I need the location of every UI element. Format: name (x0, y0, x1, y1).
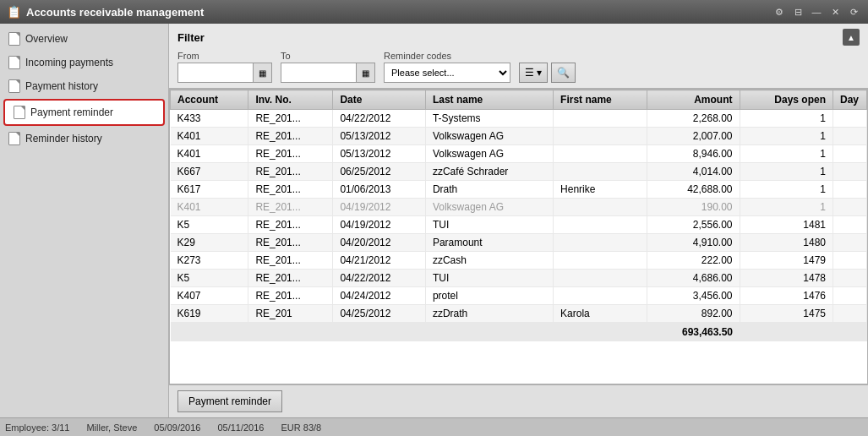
filter-search-button[interactable]: 🔍 (551, 63, 576, 83)
to-date-input[interactable] (281, 63, 357, 83)
cell-first-name (554, 216, 647, 234)
cell-days-open: 1 (740, 145, 833, 163)
status-name: Miller, Steve (86, 422, 137, 433)
cell-account: K5 (171, 270, 248, 287)
cell-first-name (554, 199, 647, 216)
cell-inv-no: RE_201 (248, 305, 333, 323)
cell-date: 05/13/2012 (333, 128, 426, 145)
table-row[interactable]: K5RE_201...04/22/2012TUI4,686.001478 (171, 270, 867, 287)
filter-title-row: Filter ▲ (177, 29, 860, 46)
status-date2: 05/11/2016 (217, 422, 264, 433)
list-icon: ☰ (525, 67, 534, 79)
cell-last-name: T-Systems (425, 110, 553, 128)
cell-inv-no: RE_201... (248, 163, 333, 181)
filter-section: Filter ▲ From ▦ To (169, 24, 868, 89)
col-last-name: Last name (425, 90, 553, 110)
cell-days-open: 1 (740, 181, 833, 199)
table-row[interactable]: K407RE_201...04/24/2012protel3,456.00147… (171, 287, 867, 305)
from-date-input[interactable] (177, 63, 254, 83)
total-row: 693,463.50 (171, 323, 867, 342)
cell-amount: 4,686.00 (647, 270, 740, 287)
sidebar-item-incoming-payments-label: Incoming payments (25, 57, 113, 68)
table-header: Account Inv. No. Date Last name First na… (171, 90, 867, 110)
table-row[interactable]: K401RE_201...05/13/2012Volkswagen AG2,00… (171, 128, 867, 145)
cell-last-name: zzCash (425, 252, 553, 270)
payment-reminder-button[interactable]: Payment reminder (177, 390, 282, 412)
table-row[interactable]: K619RE_20104/25/2012zzDrathKarola892.001… (171, 305, 867, 323)
cell-amount: 8,946.00 (647, 145, 740, 163)
cell-days-open: 1 (740, 110, 833, 128)
cell-account: K401 (171, 128, 248, 145)
table-row[interactable]: K29RE_201...04/20/2012Paramount4,910.001… (171, 234, 867, 252)
cell-account: K29 (171, 234, 248, 252)
sidebar-item-payment-history[interactable]: Payment history (0, 74, 168, 98)
cell-day (833, 163, 867, 181)
col-date: Date (333, 90, 426, 110)
cell-days-open: 1480 (740, 234, 833, 252)
sidebar-item-reminder-history[interactable]: Reminder history (0, 127, 168, 150)
tile-icon[interactable]: ⊟ (790, 4, 805, 19)
cell-account: K401 (171, 145, 248, 163)
sidebar-item-incoming-payments[interactable]: Incoming payments (0, 51, 168, 74)
table-row[interactable]: K401RE_201...05/13/2012Volkswagen AG8,94… (171, 145, 867, 163)
main-panel: Filter ▲ From ▦ To (169, 24, 868, 417)
from-input-group: ▦ (177, 63, 272, 83)
table-row[interactable]: K617RE_201...01/06/2013DrathHenrike42,68… (171, 181, 867, 199)
total-label (171, 323, 647, 342)
reminder-codes-select[interactable]: Please select... (384, 63, 510, 83)
from-date-picker-button[interactable]: ▦ (254, 63, 272, 83)
col-account: Account (171, 90, 248, 110)
minimize-button[interactable]: — (809, 4, 824, 19)
filter-title-label: Filter (177, 31, 205, 44)
status-ref: EUR 83/8 (281, 422, 321, 433)
cell-day (833, 181, 867, 199)
cell-date: 04/24/2012 (333, 287, 426, 305)
to-label: To (281, 51, 375, 61)
data-table-container: Account Inv. No. Date Last name First na… (169, 89, 868, 384)
sidebar-item-payment-history-label: Payment history (25, 80, 98, 92)
cell-day (833, 234, 867, 252)
close-button[interactable]: ✕ (827, 4, 843, 19)
payment-history-icon (8, 79, 20, 93)
reminder-history-icon (8, 132, 20, 145)
table-row[interactable]: K401RE_201...04/19/2012Volkswagen AG190.… (171, 199, 867, 216)
cell-amount: 4,014.00 (647, 163, 740, 181)
total-amount: 693,463.50 (647, 323, 740, 342)
cell-account: K619 (171, 305, 248, 323)
cell-first-name (554, 145, 647, 163)
cell-day (833, 128, 867, 145)
settings-icon[interactable]: ⚙ (772, 4, 787, 19)
from-filter-group: From ▦ (177, 51, 272, 83)
cell-amount: 4,910.00 (647, 234, 740, 252)
cell-day (833, 305, 867, 323)
table-row[interactable]: K273RE_201...04/21/2012zzCash222.001479 (171, 252, 867, 270)
window-title: Accounts receivable management (26, 6, 204, 19)
col-amount: Amount (647, 90, 740, 110)
cell-days-open: 1 (740, 128, 833, 145)
filter-collapse-button[interactable]: ▲ (843, 29, 860, 46)
sidebar-item-reminder-history-label: Reminder history (25, 133, 102, 144)
table-row[interactable]: K433RE_201...04/22/2012T-Systems2,268.00… (171, 110, 867, 128)
cell-date: 04/19/2012 (333, 216, 426, 234)
cell-first-name (554, 252, 647, 270)
to-date-picker-button[interactable]: ▦ (357, 63, 375, 83)
table-footer: 693,463.50 (171, 323, 867, 342)
incoming-payments-icon (8, 56, 20, 69)
cell-inv-no: RE_201... (248, 287, 333, 305)
sidebar-item-payment-reminder[interactable]: Payment reminder (3, 99, 165, 126)
table-row[interactable]: K5RE_201...04/19/2012TUI2,556.001481 (171, 216, 867, 234)
filter-list-button[interactable]: ☰ ▾ (519, 63, 548, 83)
status-employee: Employee: 3/11 (5, 422, 69, 433)
col-inv-no: Inv. No. (248, 90, 333, 110)
table-row[interactable]: K667RE_201...06/25/2012zzCafé Schrader4,… (171, 163, 867, 181)
cell-amount: 2,268.00 (647, 110, 740, 128)
cell-account: K273 (171, 252, 248, 270)
cell-inv-no: RE_201... (248, 110, 333, 128)
sidebar-item-overview[interactable]: Overview (0, 27, 168, 51)
filter-action-buttons: ☰ ▾ 🔍 (519, 63, 576, 83)
total-day (833, 323, 867, 342)
cell-last-name: Paramount (425, 234, 553, 252)
table-header-row: Account Inv. No. Date Last name First na… (171, 90, 867, 110)
restore-button[interactable]: ⟳ (846, 4, 861, 19)
cell-last-name: TUI (425, 270, 553, 287)
